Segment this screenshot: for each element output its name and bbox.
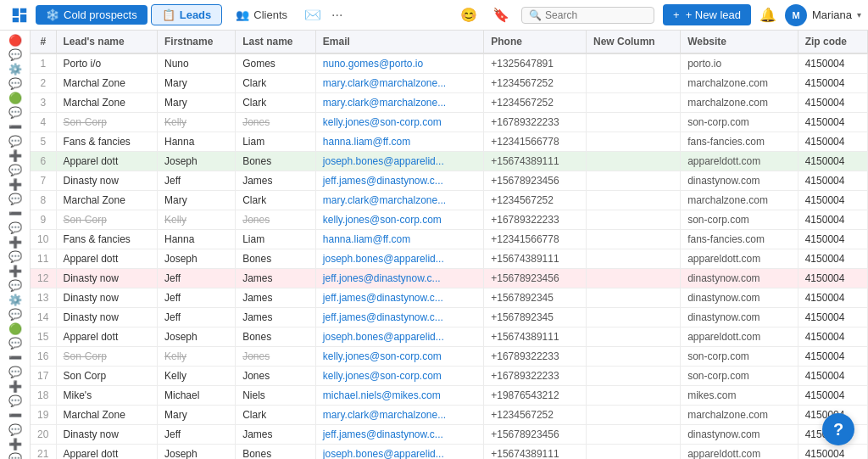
sidebar-icon-13[interactable]: 💬 — [3, 221, 27, 234]
table-row[interactable]: 3Marchal ZoneMaryClarkmary.clark@marchal… — [31, 93, 868, 113]
sidebar-icon-25[interactable]: 💬 — [3, 395, 27, 407]
sidebar-icon-28[interactable]: ➕ — [3, 438, 27, 451]
sidebar-icon-6[interactable]: ➖ — [3, 120, 27, 133]
sidebar-icon-17[interactable]: 💬 — [3, 279, 27, 292]
cell-1: Marchal Zone — [56, 406, 157, 425]
sidebar-icon-23[interactable]: 💬 — [3, 366, 27, 378]
cell-0: 17 — [31, 367, 56, 386]
sidebar-icon-15[interactable]: 💬 — [3, 250, 27, 263]
bookmark-icon-btn[interactable]: 🔖 — [489, 5, 513, 25]
cell-3: Clark — [236, 74, 316, 93]
cell-5: +16789322233 — [484, 367, 587, 386]
table-row[interactable]: 2Marchal ZoneMaryClarkmary.clark@marchal… — [31, 74, 868, 93]
sidebar-icon-16[interactable]: ➕ — [3, 265, 27, 277]
notification-btn[interactable]: 🔔 — [760, 7, 776, 23]
table-row[interactable]: 21Apparel dottJosephBonesjoseph.bones@ap… — [31, 445, 868, 460]
cell-4: joseph.bones@apparelid... — [315, 327, 483, 347]
cell-7: dinastynow.com — [681, 171, 798, 191]
sidebar-icon-10[interactable]: ➕ — [3, 178, 27, 191]
help-button[interactable]: ? — [822, 413, 854, 445]
cell-1: Dinasty now — [56, 308, 157, 327]
sidebar-icon-24[interactable]: ➕ — [3, 380, 27, 393]
cell-0: 13 — [31, 288, 56, 308]
table-row[interactable]: 12Dinasty nowJeffJamesjeff.jones@dinasty… — [31, 269, 868, 288]
sidebar-icon-21[interactable]: 💬 — [3, 337, 27, 350]
sidebar-icon-9[interactable]: 💬 — [3, 164, 27, 176]
cell-7: son-corp.com — [681, 210, 798, 230]
table-row[interactable]: 11Apparel dottJosephBonesjoseph.bones@ap… — [31, 249, 868, 269]
sidebar-icon-22[interactable]: ➖ — [3, 351, 27, 364]
sidebar-icon-3[interactable]: 💬 — [3, 77, 27, 90]
cell-2: Mary — [157, 406, 235, 425]
col-header-firstname: Firstname — [157, 31, 235, 53]
leads-table: #Lead's nameFirstnameLast nameEmailPhone… — [31, 31, 868, 459]
table-row[interactable]: 20Dinasty nowJeffJamesjeff.james@dinasty… — [31, 425, 868, 445]
cell-8: 4150004 — [798, 152, 867, 171]
cell-0: 14 — [31, 308, 56, 327]
tab-cold-prospects[interactable]: ❄️ Cold prospects — [36, 5, 147, 25]
app-logo[interactable] — [7, 3, 32, 28]
cell-2: Jeff — [157, 308, 235, 327]
cell-0: 12 — [31, 269, 56, 288]
table-row[interactable]: 10Fans & fanciesHannaLiamhanna.liam@ff.c… — [31, 230, 868, 249]
cell-1: Fans & fancies — [56, 132, 157, 152]
user-area[interactable]: M Mariana ▾ — [785, 4, 861, 26]
cell-6 — [587, 367, 681, 386]
cell-3: Bones — [236, 445, 316, 460]
sidebar-icon-1[interactable]: 💬 — [3, 48, 27, 61]
table-row[interactable]: 9Son-CorpKellyJoneskelly.jones@son-corp.… — [31, 210, 868, 230]
more-nav-btn[interactable]: ··· — [328, 8, 346, 23]
sidebar-icon-27[interactable]: 💬 — [3, 423, 27, 436]
tab-leads[interactable]: 📋 Leads — [151, 4, 223, 25]
cell-7: dinastynow.com — [681, 308, 798, 327]
sidebar-icon-26[interactable]: ➖ — [3, 409, 27, 422]
sidebar-icon-7[interactable]: 💬 — [3, 135, 27, 148]
cell-2: Mary — [157, 93, 235, 113]
table-row[interactable]: 6Apparel dottJosephBonesjoseph.bones@app… — [31, 152, 868, 171]
cell-3: Bones — [236, 152, 316, 171]
table-container[interactable]: #Lead's nameFirstnameLast nameEmailPhone… — [31, 31, 868, 459]
col-header-new-column: New Column — [587, 31, 681, 53]
cell-7: fans-fancies.com — [681, 230, 798, 249]
table-row[interactable]: 16Son-CorpKellyJoneskelly.jones@son-corp… — [31, 347, 868, 367]
table-row[interactable]: 18Mike'sMichaelNielsmichael.niels@mikes.… — [31, 386, 868, 406]
sidebar: 🔴💬⚙️💬🟢💬➖💬➕💬➕💬➖💬➕💬➕💬⚙️💬🟢💬➖💬➕💬➖💬➕💬➖💬➕💬 — [0, 31, 31, 459]
sidebar-icon-5[interactable]: 💬 — [3, 106, 27, 119]
new-lead-button[interactable]: + + New lead — [663, 4, 751, 25]
sidebar-icon-14[interactable]: ➕ — [3, 236, 27, 249]
cell-2: Kelly — [157, 210, 235, 230]
sidebar-icon-8[interactable]: ➕ — [3, 149, 27, 162]
sidebar-icon-20: 🟢 — [3, 322, 27, 335]
cell-6 — [587, 406, 681, 425]
email-nav-btn[interactable]: ✉️ — [301, 5, 325, 25]
cell-4: kelly.jones@son-corp.com — [315, 210, 483, 230]
table-row[interactable]: 4Son-CorpKellyJoneskelly.jones@son-corp.… — [31, 113, 868, 132]
cell-0: 6 — [31, 152, 56, 171]
cell-4: mary.clark@marchalzone... — [315, 406, 483, 425]
sidebar-icon-11[interactable]: 💬 — [3, 193, 27, 205]
table-row[interactable]: 13Dinasty nowJeffJamesjeff.james@dinasty… — [31, 288, 868, 308]
cell-2: Hanna — [157, 132, 235, 152]
table-row[interactable]: 19Marchal ZoneMaryClarkmary.clark@marcha… — [31, 406, 868, 425]
table-row[interactable]: 8Marchal ZoneMaryClarkmary.clark@marchal… — [31, 191, 868, 210]
sidebar-icon-12[interactable]: ➖ — [3, 207, 27, 220]
search-box: 🔍 — [521, 7, 654, 24]
main-layout: 🔴💬⚙️💬🟢💬➖💬➕💬➕💬➖💬➕💬➕💬⚙️💬🟢💬➖💬➕💬➖💬➕💬➖💬➕💬 #Le… — [0, 31, 868, 459]
cell-8: 4150004 — [798, 132, 867, 152]
cell-2: Joseph — [157, 327, 235, 347]
table-row[interactable]: 17Son CorpKellyJoneskelly.jones@son-corp… — [31, 367, 868, 386]
sidebar-icon-29[interactable]: 💬 — [3, 452, 27, 459]
table-row[interactable]: 1Porto i/oNunoGomesnuno.gomes@porto.io+1… — [31, 53, 868, 74]
cell-8: 4150004 — [798, 191, 867, 210]
table-row[interactable]: 5Fans & fanciesHannaLiamhanna.liam@ff.co… — [31, 132, 868, 152]
cell-4: joseph.bones@apparelid... — [315, 249, 483, 269]
sidebar-icon-19[interactable]: 💬 — [3, 308, 27, 321]
table-row[interactable]: 7Dinasty nowJeffJamesjeff.james@dinastyn… — [31, 171, 868, 191]
cell-5: +16789322233 — [484, 113, 587, 132]
table-row[interactable]: 15Apparel dottJosephBonesjoseph.bones@ap… — [31, 327, 868, 347]
table-row[interactable]: 14Dinasty nowJeffJamesjeff.james@dinasty… — [31, 308, 868, 327]
tab-clients[interactable]: 👥 Clients — [225, 5, 298, 25]
cell-1: Son-Corp — [56, 210, 157, 230]
search-input[interactable] — [545, 9, 647, 21]
emoji-icon-btn[interactable]: 😊 — [457, 5, 481, 25]
